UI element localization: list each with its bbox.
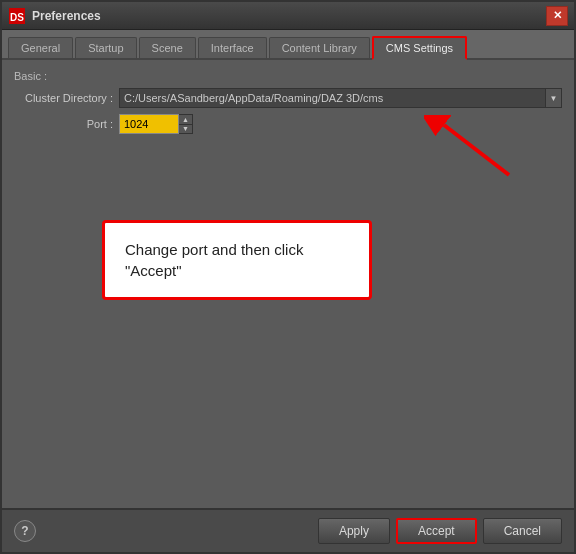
cluster-directory-row: Cluster Directory : ▼ <box>14 88 562 108</box>
svg-text:DS: DS <box>10 12 24 23</box>
tab-content-library[interactable]: Content Library <box>269 37 370 58</box>
spin-down-icon[interactable]: ▼ <box>179 125 192 134</box>
tab-general[interactable]: General <box>8 37 73 58</box>
spin-up-icon[interactable]: ▲ <box>179 115 192 125</box>
port-input[interactable] <box>119 114 179 134</box>
accept-button[interactable]: Accept <box>396 518 477 544</box>
apply-button[interactable]: Apply <box>318 518 390 544</box>
tooltip-text: Change port and then click"Accept" <box>125 241 303 279</box>
tab-cms-settings[interactable]: CMS Settings <box>372 36 467 60</box>
cancel-button[interactable]: Cancel <box>483 518 562 544</box>
port-label: Port : <box>14 118 119 130</box>
window-title: Preferences <box>32 9 546 23</box>
app-icon: DS <box>8 7 26 25</box>
bottom-bar-left: ? <box>14 520 318 542</box>
chevron-down-icon: ▼ <box>550 94 558 103</box>
basic-section-label: Basic : <box>14 70 562 82</box>
tooltip-box: Change port and then click"Accept" <box>102 220 372 300</box>
preferences-window: DS Preferences ✕ General Startup Scene I… <box>0 0 576 554</box>
tab-interface[interactable]: Interface <box>198 37 267 58</box>
bottom-buttons: Apply Accept Cancel <box>318 518 562 544</box>
tab-startup[interactable]: Startup <box>75 37 136 58</box>
port-spinner[interactable]: ▲ ▼ <box>179 114 193 134</box>
port-row: Port : ▲ ▼ <box>14 114 562 134</box>
cluster-directory-label: Cluster Directory : <box>14 92 119 104</box>
tab-scene[interactable]: Scene <box>139 37 196 58</box>
bottom-bar: ? Apply Accept Cancel <box>2 508 574 552</box>
main-content: Basic : Cluster Directory : ▼ Port : ▲ ▼ <box>2 60 574 508</box>
cluster-directory-input-container: ▼ <box>119 88 562 108</box>
close-button[interactable]: ✕ <box>546 6 568 26</box>
title-bar: DS Preferences ✕ <box>2 2 574 30</box>
help-button[interactable]: ? <box>14 520 36 542</box>
tab-bar: General Startup Scene Interface Content … <box>2 30 574 60</box>
cluster-directory-input[interactable] <box>119 88 546 108</box>
port-input-container: ▲ ▼ <box>119 114 562 134</box>
cluster-directory-dropdown[interactable]: ▼ <box>546 88 562 108</box>
